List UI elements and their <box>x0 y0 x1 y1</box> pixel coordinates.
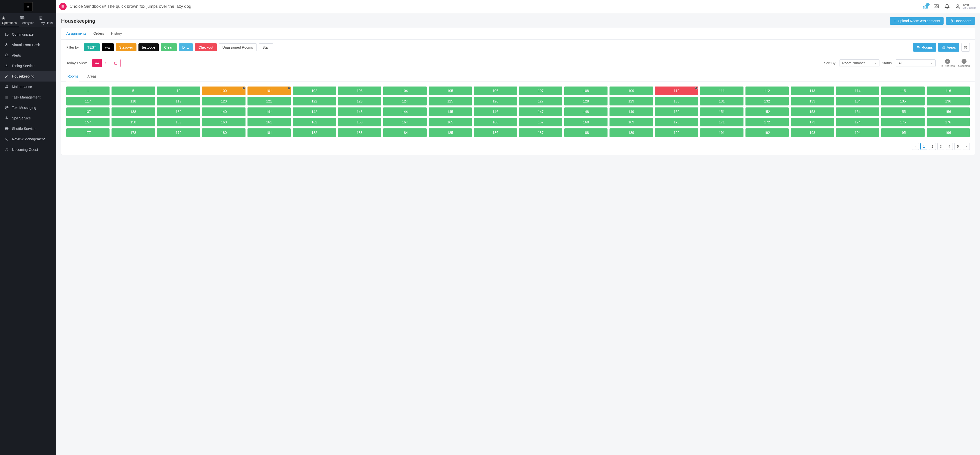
room-110[interactable]: 110 <box>655 87 698 95</box>
room-137[interactable]: 137 <box>66 108 110 116</box>
room-138[interactable]: 138 <box>111 108 155 116</box>
sidebar-item-maintenance[interactable]: Maintenance <box>0 81 56 92</box>
room-164[interactable]: 164 <box>383 118 426 127</box>
filter-chip-test[interactable]: TEST <box>84 43 100 51</box>
dashboard-button[interactable]: Dashboard <box>946 17 975 25</box>
room-112[interactable]: 112 <box>746 87 789 95</box>
room-196[interactable]: 196 <box>927 128 970 137</box>
room-119[interactable]: 119 <box>157 97 200 105</box>
room-146[interactable]: 146 <box>474 108 517 116</box>
room-122[interactable]: 122 <box>293 97 336 105</box>
room-149[interactable]: 149 <box>609 108 653 116</box>
room-194[interactable]: 194 <box>836 128 879 137</box>
top-nav-analytics[interactable]: Analytics <box>19 13 37 27</box>
room-133[interactable]: 133 <box>791 97 834 105</box>
room-124[interactable]: 124 <box>383 97 426 105</box>
room-168[interactable]: 168 <box>564 118 608 127</box>
room-174[interactable]: 174 <box>836 118 879 127</box>
room-141[interactable]: 141 <box>248 108 291 116</box>
room-180[interactable]: 180 <box>202 128 245 137</box>
room-139[interactable]: 139 <box>157 108 200 116</box>
room-142[interactable]: 142 <box>293 108 336 116</box>
room-175[interactable]: 175 <box>881 118 924 127</box>
room-154[interactable]: 154 <box>836 108 879 116</box>
sidebar-item-spa-service[interactable]: Spa Service <box>0 113 56 124</box>
room-102[interactable]: 102 <box>293 87 336 95</box>
room-181[interactable]: 181 <box>248 128 291 137</box>
room-113[interactable]: 113 <box>791 87 834 95</box>
room-147[interactable]: 147 <box>519 108 562 116</box>
sidebar-item-virtual-front-desk[interactable]: Virtual Front Desk <box>0 40 56 50</box>
pagination-page-1[interactable]: 1 <box>920 143 928 150</box>
pagination-next[interactable]: › <box>963 143 970 150</box>
sidebar-item-dining-service[interactable]: Dining Service <box>0 60 56 71</box>
room-176[interactable]: 176 <box>927 118 970 127</box>
room-130[interactable]: 130 <box>655 97 698 105</box>
room-166[interactable]: 166 <box>474 118 517 127</box>
filter-chip-clean[interactable]: Clean <box>161 43 177 51</box>
room-136[interactable]: 136 <box>927 97 970 105</box>
room-126[interactable]: 126 <box>474 97 517 105</box>
stats-icon[interactable]: 2 <box>923 4 928 9</box>
room-179[interactable]: 179 <box>157 128 200 137</box>
top-nav-my-hotel[interactable]: My Hotel <box>37 13 56 27</box>
subtab-rooms[interactable]: Rooms <box>66 72 80 81</box>
room-101[interactable]: 101 <box>248 87 291 95</box>
filter-chip-unassigned-rooms[interactable]: Unassigned Rooms <box>219 43 257 51</box>
room-186[interactable]: 186 <box>474 128 517 137</box>
room-155[interactable]: 155 <box>881 108 924 116</box>
room-153[interactable]: 153 <box>791 108 834 116</box>
room-150[interactable]: 150 <box>655 108 698 116</box>
room-190[interactable]: 190 <box>655 128 698 137</box>
areas-filter-button[interactable]: Areas <box>938 43 959 52</box>
room-192[interactable]: 192 <box>746 128 789 137</box>
filter-chip-checkout[interactable]: Checkout <box>195 43 216 51</box>
room-143[interactable]: 143 <box>338 108 381 116</box>
room-188[interactable]: 188 <box>564 128 608 137</box>
room-132[interactable]: 132 <box>746 97 789 105</box>
room-169[interactable]: 169 <box>609 118 653 127</box>
room-135[interactable]: 135 <box>881 97 924 105</box>
room-125[interactable]: 125 <box>429 97 472 105</box>
room-172[interactable]: 172 <box>746 118 789 127</box>
room-170[interactable]: 170 <box>655 118 698 127</box>
rooms-filter-button[interactable]: Rooms <box>913 43 936 52</box>
room-151[interactable]: 151 <box>700 108 743 116</box>
room-117[interactable]: 117 <box>66 97 110 105</box>
room-184[interactable]: 184 <box>383 128 426 137</box>
room-114[interactable]: 114 <box>836 87 879 95</box>
pagination-page-5[interactable]: 5 <box>954 143 961 150</box>
room-193[interactable]: 193 <box>791 128 834 137</box>
sidebar-item-housekeeping[interactable]: Housekeeping <box>0 71 56 81</box>
room-123[interactable]: 123 <box>338 97 381 105</box>
room-115[interactable]: 115 <box>881 87 924 95</box>
room-104[interactable]: 104 <box>383 87 426 95</box>
room-140[interactable]: 140 <box>202 108 245 116</box>
sidebar-item-text-messaging[interactable]: Text Messaging <box>0 103 56 113</box>
room-10[interactable]: 10 <box>157 87 200 95</box>
room-177[interactable]: 177 <box>66 128 110 137</box>
view-calendar-button[interactable] <box>111 59 120 67</box>
user-menu[interactable]: Test MANAGER <box>955 3 976 10</box>
filter-chip-testcode[interactable]: testcode <box>138 43 159 51</box>
monitor-icon[interactable] <box>934 4 939 9</box>
room-116[interactable]: 116 <box>927 87 970 95</box>
room-183[interactable]: 183 <box>338 128 381 137</box>
room-144[interactable]: 144 <box>383 108 426 116</box>
top-nav-operations[interactable]: Operations <box>0 13 19 27</box>
room-111[interactable]: 111 <box>700 87 743 95</box>
room-165[interactable]: 165 <box>429 118 472 127</box>
pagination-prev[interactable]: ‹ <box>912 143 919 150</box>
sidebar-item-task-management[interactable]: Task Management <box>0 92 56 103</box>
sidebar-item-communicate[interactable]: Communicate <box>0 29 56 40</box>
filter-chip-staff[interactable]: Staff <box>259 43 274 51</box>
room-108[interactable]: 108 <box>564 87 608 95</box>
pagination-page-3[interactable]: 3 <box>937 143 944 150</box>
room-129[interactable]: 129 <box>609 97 653 105</box>
sidebar-item-upcoming-guest[interactable]: Upcoming Guest <box>0 144 56 155</box>
room-182[interactable]: 182 <box>293 128 336 137</box>
tab-history[interactable]: History <box>111 28 122 40</box>
room-173[interactable]: 173 <box>791 118 834 127</box>
room-158[interactable]: 158 <box>111 118 155 127</box>
pagination-page-2[interactable]: 2 <box>929 143 936 150</box>
